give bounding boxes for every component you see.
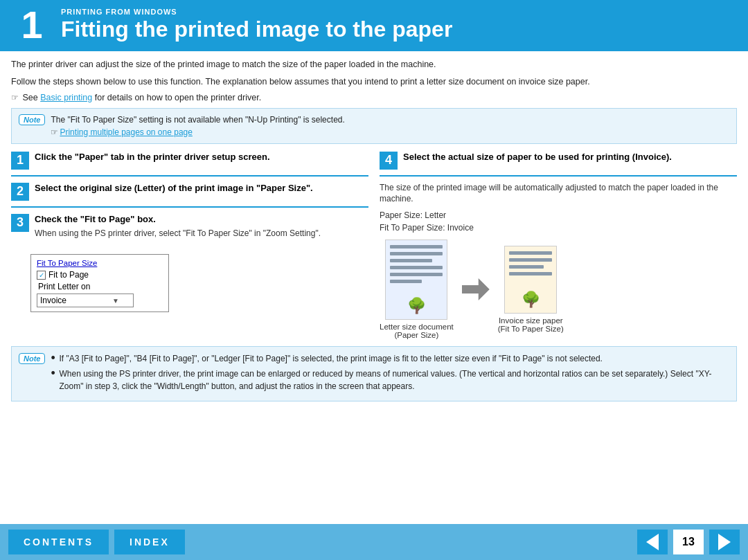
step-content-2: Select the original size (Letter) of the… (35, 182, 368, 195)
arrow-right-icon (718, 534, 731, 550)
arrow-right-icon (462, 276, 490, 303)
step-content-3: Check the "Fit to Page" box. When using … (35, 213, 368, 240)
doc-line (390, 252, 443, 255)
note-text-1: The "Fit To Paper Size" setting is not a… (51, 115, 344, 125)
footer: CONTENTS INDEX 13 (0, 524, 748, 560)
tree-icon-invoice: 🌳 (509, 291, 552, 309)
two-column-layout: 1 Click the "Paper" tab in the printer d… (11, 151, 737, 340)
arrow-left-icon (646, 534, 659, 550)
note-content-2: • If "A3 [Fit to Page]", "B4 [Fit to Pag… (51, 352, 729, 395)
contents-button[interactable]: CONTENTS (8, 530, 109, 554)
ui-screenshot: Fit To Paper Size ✓ Fit to Page Print Le… (30, 254, 169, 312)
bullet-text-2: When using the PS printer driver, the pr… (59, 368, 729, 392)
footer-nav: 13 (637, 530, 740, 554)
bullet-icon-1: • (51, 352, 56, 364)
ui-title-bar: Fit To Paper Size (37, 259, 163, 267)
invoice-select[interactable]: Invoice ▼ (37, 293, 134, 307)
step-content-4: Select the actual size of paper to be us… (403, 151, 737, 163)
page-title: Fitting the printed image to the paper (61, 17, 737, 42)
step-title-4: Select the actual size of paper to be us… (403, 151, 737, 163)
step-title-1: Click the "Paper" tab in the printer dri… (35, 151, 368, 163)
bullet-item-2: • When using the PS printer driver, the … (51, 368, 729, 392)
step-number-3: 3 (11, 214, 29, 232)
step-desc-4: The size of the printed image will be au… (380, 182, 737, 206)
header-right: PRINTING FROM WINDOWS Fitting the printe… (61, 8, 737, 42)
step-number-1: 1 (11, 152, 29, 170)
step-title-3: Check the "Fit to Page" box. (35, 213, 368, 226)
doc-line (390, 266, 443, 269)
letter-doc-wrap: 🌳 Letter size document (Paper Size) (380, 240, 454, 339)
letter-doc-caption: Letter size document (Paper Size) (380, 323, 454, 339)
document-illustration: 🌳 Letter size document (Paper Size) (380, 240, 737, 339)
bullet-item-1: • If "A3 [Fit to Page]", "B4 [Fit to Pag… (51, 352, 729, 365)
n-up-printing-link[interactable]: Printing multiple pages on one page (60, 127, 192, 137)
invoice-doc-caption: Invoice size paper (Fit To Paper Size) (498, 316, 564, 333)
doc-line (509, 272, 552, 276)
prev-page-button[interactable] (637, 530, 668, 554)
step-desc-3: When using the PS printer driver, select… (35, 228, 368, 240)
step-4: 4 Select the actual size of paper to be … (380, 151, 737, 177)
doc-line (509, 258, 552, 262)
note-badge-2: Note (19, 353, 45, 364)
invoice-doc-wrap: 🌳 Invoice size paper (Fit To Paper Size) (498, 246, 564, 333)
chapter-number: 1 (11, 6, 53, 44)
step-number-4: 4 (380, 152, 398, 170)
bullet-text-1: If "A3 [Fit to Page]", "B4 [Fit to Page]… (59, 352, 602, 365)
right-column: 4 Select the actual size of paper to be … (380, 151, 737, 340)
note-badge-1: Note (19, 114, 45, 125)
intro-paragraph-2: Follow the steps shown below to use this… (11, 75, 737, 89)
invoice-doc: 🌳 (504, 246, 557, 314)
see-also: ☞ See Basic printing for details on how … (11, 93, 737, 102)
doc-line (509, 251, 552, 255)
doc-line (390, 280, 422, 283)
fit-to-page-label: Fit to Page (48, 270, 89, 280)
step-number-2: 2 (11, 183, 29, 201)
step-3: 3 Check the "Fit to Page" box. When usin… (11, 213, 368, 245)
see-also-prefix: See (22, 93, 40, 102)
page-number: 13 (673, 530, 704, 554)
intro-paragraph-1: The printer driver can adjust the size o… (11, 58, 737, 71)
bullet-icon-2: • (51, 367, 56, 379)
step-content-1: Click the "Paper" tab in the printer dri… (35, 151, 368, 163)
tree-icon: 🌳 (390, 297, 443, 315)
letter-doc: 🌳 (385, 240, 447, 320)
doc-line (509, 265, 544, 269)
basic-printing-link[interactable]: Basic printing (40, 93, 92, 102)
fit-to-page-checkbox[interactable]: ✓ (37, 271, 46, 280)
note-box-1: Note The "Fit To Paper Size" setting is … (11, 108, 737, 144)
header-subtitle: PRINTING FROM WINDOWS (61, 8, 737, 16)
note-content-1: The "Fit To Paper Size" setting is not a… (51, 114, 344, 138)
phone-icon: ☞ (11, 93, 19, 102)
step4-labels: Paper Size: LetterFit To Paper Size: Inv… (380, 209, 737, 234)
ui-checkbox-row: ✓ Fit to Page (37, 270, 163, 280)
main-content: The printer driver can adjust the size o… (0, 51, 748, 406)
see-also-suffix: for details on how to open the printer d… (92, 93, 261, 102)
note-box-2: Note • If "A3 [Fit to Page]", "B4 [Fit t… (11, 346, 737, 401)
doc-line (390, 273, 443, 276)
doc-line (390, 245, 443, 249)
step-title-2: Select the original size (Letter) of the… (35, 182, 368, 195)
select-value: Invoice (40, 296, 66, 305)
page-header: 1 PRINTING FROM WINDOWS Fitting the prin… (0, 0, 748, 51)
index-button[interactable]: INDEX (114, 530, 185, 554)
phone-icon-2: ☞ (51, 127, 58, 137)
left-column: 1 Click the "Paper" tab in the printer d… (11, 151, 368, 340)
step-1: 1 Click the "Paper" tab in the printer d… (11, 151, 368, 177)
doc-line (390, 259, 432, 262)
print-on-label: Print Letter on (38, 282, 163, 291)
next-page-button[interactable] (709, 530, 740, 554)
step-2: 2 Select the original size (Letter) of t… (11, 182, 368, 208)
select-arrow-icon: ▼ (112, 297, 119, 305)
